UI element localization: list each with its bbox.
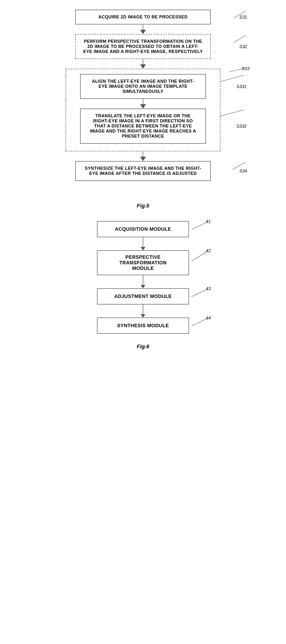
module-44-row: SYNTHESIS MODULE 44 xyxy=(70,318,216,334)
step-s332-box: TRANSLATE THE LEFT-EYE IMAGE OR THE RIGH… xyxy=(80,108,206,144)
module-41-text: ACQUISITION MODULE xyxy=(115,226,171,232)
step-s32-text: PERFORM PERSPECTIVE TRANSFORMATION ON TH… xyxy=(83,39,203,54)
step-s331-text: ALIGN THE LEFT-EYE IMAGE AND THE RIGHT-E… xyxy=(92,79,194,94)
step-s32-label: S32 xyxy=(239,44,247,49)
arrow-tip xyxy=(140,30,146,34)
conn-line1 xyxy=(143,237,143,247)
connector-41-42 xyxy=(141,237,145,250)
fig5-title-text: Fig.5 xyxy=(137,203,149,209)
fig6-title-text: Fig.6 xyxy=(137,344,149,350)
connector-42-43 xyxy=(141,275,145,288)
arrow-s33-s34 xyxy=(140,152,146,161)
step-s33-label: S33 xyxy=(242,66,249,71)
step-s331-label: S331 xyxy=(236,84,246,89)
module-43-text: ADJUSTMENT MODULE xyxy=(114,294,172,299)
module-42-text: PERSPECTIVE TRANSFORMATION MODULE xyxy=(119,254,167,271)
step-s331-box: ALIGN THE LEFT-EYE IMAGE AND THE RIGHT-E… xyxy=(80,74,206,99)
s332-diag-line xyxy=(213,108,244,122)
s331-row: ALIGN THE LEFT-EYE IMAGE AND THE RIGHT-E… xyxy=(73,74,213,99)
step-s332-text: TRANSLATE THE LEFT-EYE IMAGE OR THE RIGH… xyxy=(90,114,196,138)
fig5-title: Fig.5 xyxy=(137,203,149,209)
svg-line-9 xyxy=(191,318,208,326)
conn-line3 xyxy=(143,304,143,314)
step-s32-box: PERFORM PERSPECTIVE TRANSFORMATION ON TH… xyxy=(75,34,211,59)
svg-line-1 xyxy=(234,35,246,42)
module-42-row: PERSPECTIVE TRANSFORMATION MODULE 42 xyxy=(70,250,216,275)
fig6-flow: ACQUISITION MODULE 41 PERSPECTIVE TRANSF… xyxy=(34,221,252,334)
step-s31-box: ACQUIRE 2D IMAGE TO BE PROCESSED xyxy=(75,10,211,24)
arrow-s32-s33 xyxy=(140,59,146,69)
arrow-line4 xyxy=(143,152,143,157)
step-s33-group: ALIGN THE LEFT-EYE IMAGE AND THE RIGHT-E… xyxy=(66,69,220,152)
svg-line-2 xyxy=(220,75,244,82)
m44-diag-line xyxy=(187,318,208,331)
arrow-tip4 xyxy=(140,157,146,161)
conn-line2 xyxy=(143,275,143,285)
fig6-title: Fig.6 xyxy=(137,344,149,350)
conn-tip3 xyxy=(141,314,145,318)
step-s31-text: ACQUIRE 2D IMAGE TO BE PROCESSED xyxy=(99,14,188,19)
module-42-box: PERSPECTIVE TRANSFORMATION MODULE xyxy=(97,250,189,275)
arrow-s31-s32 xyxy=(140,24,146,34)
module-44-box: SYNTHESIS MODULE xyxy=(97,318,189,334)
conn-tip1 xyxy=(141,247,145,250)
arrow-line xyxy=(143,24,143,30)
svg-line-0 xyxy=(234,11,246,18)
m41-diag-line xyxy=(187,221,208,234)
step-s34-label: S34 xyxy=(239,168,247,174)
module-41-row: ACQUISITION MODULE 41 xyxy=(70,221,216,237)
arrow-line2 xyxy=(143,59,143,64)
svg-line-6 xyxy=(191,222,208,230)
svg-line-8 xyxy=(191,289,208,297)
svg-line-3 xyxy=(220,110,244,116)
connector-43-44 xyxy=(141,304,145,318)
fig5-diagram: ACQUIRE 2D IMAGE TO BE PROCESSED S31 PER… xyxy=(34,10,252,362)
module-41-label: 41 xyxy=(206,219,211,224)
fig5-flow: ACQUIRE 2D IMAGE TO BE PROCESSED S31 PER… xyxy=(34,10,252,181)
arrow-tip3 xyxy=(140,104,146,108)
s332-row: TRANSLATE THE LEFT-EYE IMAGE OR THE RIGH… xyxy=(73,108,213,144)
step-s34-text: SYNTHESIZE THE LEFT-EYE IMAGE AND THE RI… xyxy=(85,166,201,176)
arrow-s331-s332 xyxy=(140,99,146,108)
step-s34-box: SYNTHESIZE THE LEFT-EYE IMAGE AND THE RI… xyxy=(75,161,211,181)
arrow-line3 xyxy=(143,99,143,104)
module-42-label: 42 xyxy=(206,248,211,254)
module-44-label: 44 xyxy=(206,316,211,321)
module-44-text: SYNTHESIS MODULE xyxy=(117,323,169,328)
module-43-box: ADJUSTMENT MODULE xyxy=(97,288,189,304)
m42-diag-line xyxy=(187,250,208,266)
conn-tip2 xyxy=(141,285,145,288)
arrow-tip2 xyxy=(140,64,146,69)
module-41-box: ACQUISITION MODULE xyxy=(97,221,189,237)
module-43-row: ADJUSTMENT MODULE 43 xyxy=(70,288,216,304)
s31-diag-line xyxy=(226,10,246,24)
step-s332-label: S332 xyxy=(236,124,246,129)
module-43-label: 43 xyxy=(206,286,211,292)
m43-diag-line xyxy=(187,288,208,302)
svg-line-7 xyxy=(191,251,208,261)
